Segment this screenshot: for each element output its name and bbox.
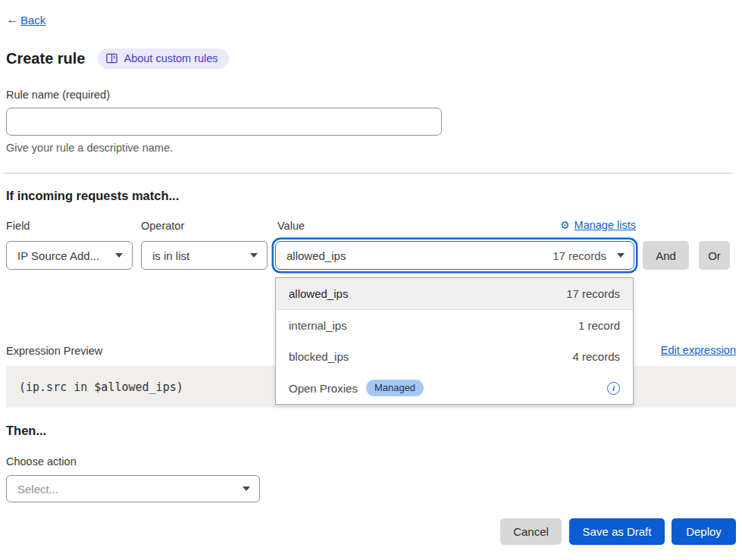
chevron-down-icon	[243, 486, 250, 491]
list-record-count: 1 record	[578, 319, 620, 332]
list-name: blocked_ips	[289, 350, 349, 363]
field-column-label: Field	[6, 220, 30, 232]
about-custom-rules-link[interactable]: About custom rules	[98, 48, 229, 69]
manage-lists-link[interactable]: ⚙ Manage lists	[560, 219, 636, 231]
and-button[interactable]: And	[643, 241, 689, 270]
rule-name-input[interactable]	[6, 108, 442, 136]
action-select-placeholder: Select...	[17, 483, 58, 496]
dropdown-item-allowed-ips[interactable]: allowed_ips 17 records	[276, 278, 633, 310]
arrow-left-icon: ←	[6, 12, 19, 27]
info-icon[interactable]: i	[607, 382, 620, 395]
about-custom-rules-label: About custom rules	[124, 52, 218, 64]
create-rule-page: ←Back Create rule About custom rules Rul…	[0, 0, 742, 560]
edit-expression-link[interactable]: Edit expression	[661, 344, 736, 356]
list-name: internal_ips	[289, 319, 347, 332]
value-select-value: allowed_ips	[286, 249, 346, 262]
deploy-button[interactable]: Deploy	[672, 518, 736, 545]
field-select[interactable]: IP Source Add...	[6, 241, 133, 270]
list-name: allowed_ips	[289, 287, 348, 300]
manage-lists-label: Manage lists	[575, 219, 636, 231]
action-select[interactable]: Select...	[6, 475, 260, 502]
page-title: Create rule	[6, 50, 86, 67]
chevron-down-icon	[115, 253, 123, 258]
cancel-button[interactable]: Cancel	[500, 518, 562, 545]
expression-preview-label: Expression Preview	[6, 345, 102, 357]
expression-code: (ip.src in $allowed_ips)	[19, 380, 183, 394]
dropdown-item-internal-ips[interactable]: internal_ips 1 record	[276, 310, 633, 342]
gear-icon: ⚙	[560, 219, 570, 231]
operator-select-value: is in list	[152, 249, 189, 262]
list-record-count: 17 records	[566, 287, 620, 300]
value-select[interactable]: allowed_ips 17 records	[275, 241, 634, 270]
section-divider	[3, 173, 733, 174]
or-button[interactable]: Or	[699, 241, 730, 270]
dropdown-item-blocked-ips[interactable]: blocked_ips 4 records	[276, 341, 633, 373]
operator-column-label: Operator	[141, 220, 184, 232]
rule-name-helper: Give your rule a descriptive name.	[6, 142, 173, 154]
save-as-draft-button[interactable]: Save as Draft	[569, 518, 665, 545]
managed-badge: Managed	[366, 380, 424, 396]
field-select-value: IP Source Add...	[17, 249, 99, 262]
back-label: Back	[20, 14, 45, 27]
book-icon	[106, 53, 117, 64]
title-row: Create rule About custom rules	[6, 48, 229, 69]
chevron-down-icon	[250, 253, 258, 258]
rule-name-label: Rule name (required)	[6, 89, 110, 101]
operator-select[interactable]: is in list	[141, 241, 268, 270]
value-dropdown-popup: allowed_ips 17 records internal_ips 1 re…	[275, 277, 634, 405]
match-section-heading: If incoming requests match...	[6, 189, 179, 203]
then-section-heading: Then...	[6, 424, 46, 438]
value-column-label: Value	[277, 220, 305, 232]
value-select-record-count: 17 records	[553, 249, 606, 262]
back-link[interactable]: ←Back	[6, 12, 45, 27]
list-record-count: 4 records	[572, 350, 620, 363]
choose-action-label: Choose action	[6, 455, 77, 468]
list-name: Open Proxies	[289, 382, 358, 395]
dropdown-item-open-proxies[interactable]: Open Proxies Managed i	[276, 373, 633, 405]
chevron-down-icon	[617, 253, 625, 258]
